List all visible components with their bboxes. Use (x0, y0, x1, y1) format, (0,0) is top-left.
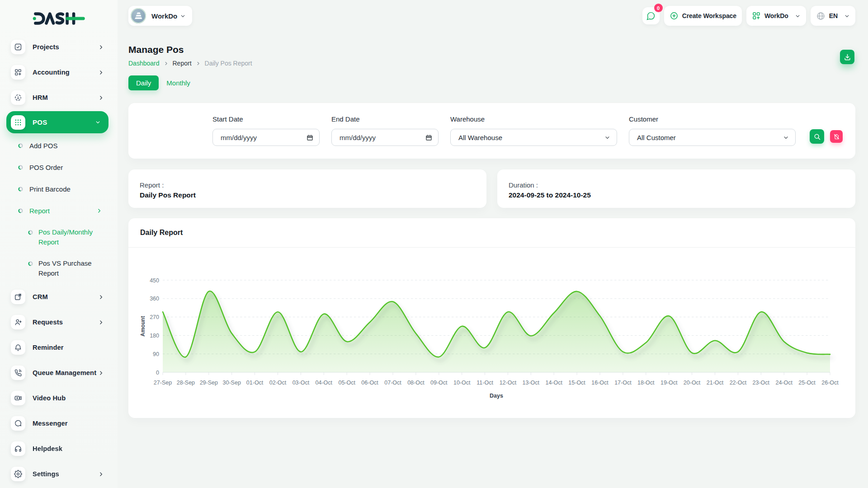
chevron-right-icon (98, 70, 104, 75)
sidebar-item-helpdesk[interactable]: Helpdesk (0, 440, 118, 457)
category-plus-icon (11, 65, 25, 80)
customer-field: Customer All Customer (629, 115, 796, 146)
y-tick-label: 0 (156, 370, 159, 376)
tab-daily[interactable]: Daily (128, 75, 159, 90)
sidebar-item-messenger[interactable]: Messenger (0, 415, 118, 432)
sidebar-item-label: Projects (33, 43, 59, 51)
sidebar-subitem-add-pos[interactable]: Add POS (0, 135, 118, 156)
sidebar-item-queue-management[interactable]: Queue Management (0, 364, 118, 381)
calendar-icon[interactable] (306, 134, 314, 141)
sidebar-item-requests[interactable]: Requests (0, 314, 118, 331)
y-tick-label: 450 (150, 277, 159, 284)
sidebar-item-label: Pos VS Purchase Report (38, 258, 107, 278)
breadcrumb: DashboardReportDaily Pos Report (128, 60, 855, 67)
sidebar-item-label: Video Hub (33, 394, 66, 402)
sidebar-item-reminder[interactable]: Reminder (0, 339, 118, 356)
warehouse-field: Warehouse All Warehouse (450, 115, 617, 146)
language-selector[interactable]: EN (811, 6, 855, 26)
sidebar-item-video-hub[interactable]: Video Hub (0, 389, 118, 407)
customer-select[interactable]: All Customer (629, 129, 796, 146)
x-tick-label: 03-Oct (292, 380, 310, 386)
sidebar-item-crm[interactable]: CRM (0, 288, 118, 305)
download-report-button[interactable] (840, 50, 854, 64)
x-tick-label: 29-Sep (200, 380, 218, 386)
x-tick-label: 11-Oct (476, 380, 493, 386)
warehouse-label: Warehouse (450, 115, 617, 123)
chart-title: Daily Report (140, 229, 183, 237)
sidebar-item-label: Messenger (33, 420, 68, 427)
chevron-right-icon (98, 44, 104, 50)
phone-call-icon (11, 366, 25, 380)
x-tick-label: 28-Sep (177, 380, 195, 386)
date-placeholder: mm/dd/yyyy (340, 134, 376, 141)
sidebar-item-accounting[interactable]: Accounting (0, 64, 118, 81)
chevron-right-icon (98, 319, 104, 325)
summary-cards: Report : Daily Pos Report Duration : 202… (128, 169, 855, 208)
language-label: EN (829, 12, 838, 19)
breadcrumb-daily-pos-report: Daily Pos Report (205, 60, 252, 67)
main-area: WorkDo 0 Create Workspace (118, 0, 868, 418)
sidebar-subitem-pos-daily-monthly-report[interactable]: Pos Daily/Monthly Report (0, 227, 118, 247)
circle-bullet-icon (18, 165, 23, 170)
sidebar-item-label: CRM (33, 293, 48, 300)
workspace-switcher[interactable]: WorkDo (128, 6, 192, 26)
filter-actions (810, 129, 843, 144)
plus-circle-icon (670, 11, 679, 20)
sidebar-item-projects[interactable]: Projects (0, 38, 118, 56)
chevron-down-icon (783, 135, 789, 141)
sidebar-item-hrm[interactable]: HRM (0, 89, 118, 106)
sidebar-item-label: Helpdesk (33, 445, 62, 452)
y-axis-title: Amount (140, 316, 146, 336)
breadcrumb-report: Report (173, 60, 192, 67)
selected-warehouse-value: All Warehouse (458, 134, 502, 141)
x-tick-label: 16-Oct (591, 380, 609, 386)
start-date-label: Start Date (212, 115, 320, 123)
sidebar-item-label: Queue Management (33, 369, 96, 376)
apply-filter-button[interactable] (810, 129, 824, 144)
sidebar-subitem-print-barcode[interactable]: Print Barcode (0, 178, 118, 200)
x-tick-label: 13-Oct (523, 380, 540, 386)
x-tick-label: 25-Oct (798, 380, 816, 386)
reset-filter-button[interactable] (830, 130, 843, 143)
apps-menu-button[interactable]: WorkDo (746, 6, 806, 26)
circle-bullet-icon (18, 187, 23, 192)
sidebar-subitem-pos-vs-purchase-report[interactable]: Pos VS Purchase Report (0, 258, 118, 278)
chevron-right-icon (196, 61, 201, 66)
start-date-field: Start Date mm/dd/yyyy (212, 115, 320, 146)
x-tick-label: 20-Oct (684, 380, 701, 386)
x-tick-label: 17-Oct (614, 380, 632, 386)
y-tick-label: 90 (153, 351, 159, 357)
report-summary-card: Report : Daily Pos Report (128, 169, 486, 208)
calendar-icon[interactable] (425, 134, 433, 141)
start-date-input[interactable]: mm/dd/yyyy (212, 129, 320, 146)
sidebar-subitem-report[interactable]: Report (0, 200, 118, 221)
sidebar-item-label: POS (33, 118, 47, 126)
sidebar-subitem-pos-order[interactable]: POS Order (0, 156, 118, 178)
x-tick-label: 05-Oct (338, 380, 355, 386)
x-tick-label: 23-Oct (753, 380, 770, 386)
messages-button[interactable]: 0 (642, 7, 660, 24)
gear-icon (11, 467, 25, 481)
x-tick-label: 04-Oct (316, 380, 333, 386)
x-tick-label: 10-Oct (453, 380, 471, 386)
sidebar-item-pos[interactable]: POS (6, 111, 108, 133)
x-tick-label: 08-Oct (407, 380, 425, 386)
x-tick-label: 07-Oct (384, 380, 401, 386)
chevron-down-icon (180, 13, 186, 19)
app-logo[interactable] (31, 10, 118, 27)
pos-submenu: Add POS POS Order Print Barcode Report P… (0, 135, 118, 278)
breadcrumb-dashboard[interactable]: Dashboard (128, 60, 160, 67)
trash-off-icon (833, 133, 840, 140)
chat-icon (646, 11, 656, 21)
messages-badge: 0 (654, 4, 663, 12)
sidebar-item-settings[interactable]: Settings (0, 465, 118, 483)
create-workspace-button[interactable]: Create Workspace (664, 6, 742, 26)
tab-monthly[interactable]: Monthly (165, 75, 191, 90)
end-date-input[interactable]: mm/dd/yyyy (331, 129, 439, 146)
hrm-circle-icon (11, 90, 25, 105)
x-tick-label: 09-Oct (430, 380, 448, 386)
selected-customer-value: All Customer (637, 134, 676, 141)
download-icon (844, 53, 851, 61)
daily-report-area-chart[interactable]: 09018027036045027-Sep28-Sep29-Sep30-Sep0… (128, 248, 855, 418)
warehouse-select[interactable]: All Warehouse (450, 129, 617, 146)
